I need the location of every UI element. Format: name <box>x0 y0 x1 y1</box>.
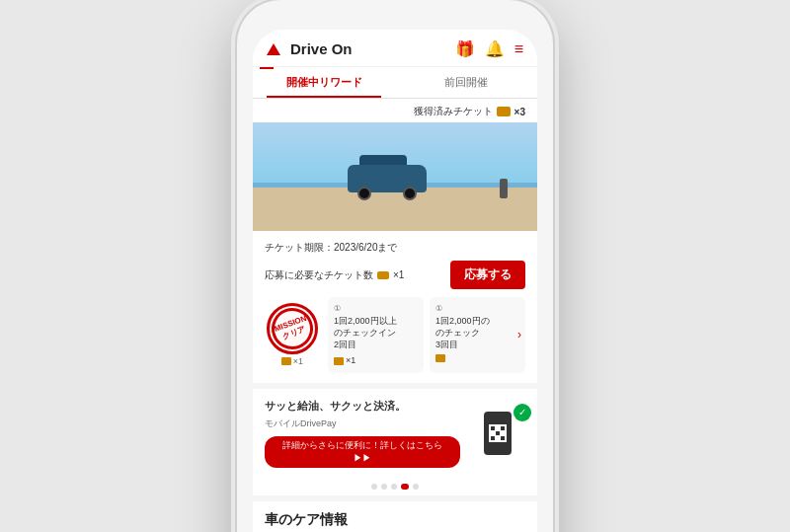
logo-icon <box>267 41 284 57</box>
dot-4-active[interactable] <box>401 484 409 490</box>
stamp-overlay: MISSIONクリア <box>266 303 319 356</box>
stamp-circle: MISSIONクリア <box>267 303 318 354</box>
care-section: 車のケア情報 愛車のケア・困り.ご... <box>253 501 537 532</box>
progress-items: ① 1回2,000円以上のチェックイン2回目 ×1 ① 1回2,000円ののチェ… <box>328 297 525 373</box>
car-wheel-left <box>357 187 371 200</box>
progress-item-num-2: ① <box>435 303 519 314</box>
phone-screen: Drive On 🎁 🔔 ≡ 開催中リワード 前回開催 獲得済みチケット <box>253 30 537 532</box>
carousel-dots <box>253 478 537 495</box>
apply-button[interactable]: 応募する <box>450 261 525 289</box>
dot-2[interactable] <box>381 484 387 490</box>
ticket-count: ×3 <box>514 107 525 117</box>
apply-info: 応募に必要なチケット数 ×1 <box>265 268 404 282</box>
banner-button[interactable]: 詳細からさらに便利に！詳しくはこちら ▶▶ <box>265 436 460 468</box>
hero-car <box>348 161 427 200</box>
ticket-mini <box>281 357 291 365</box>
apply-row: 応募に必要なチケット数 ×1 応募する <box>265 261 525 289</box>
banner-image: ✓ <box>470 410 525 457</box>
app-title: Drive On <box>290 40 353 57</box>
ticket-mini-2 <box>435 354 445 362</box>
car-wheel-right <box>403 187 417 200</box>
ticket-deadline: チケット期限：2023/6/20まで <box>265 241 525 255</box>
ticket-info-label: 獲得済みチケット <box>414 105 493 118</box>
ticket-info-bar: 獲得済みチケット ×3 <box>253 99 537 122</box>
stamp-count: ×1 <box>281 356 303 366</box>
progress-row: MISSIONクリア ×1 ① 1回2,000円以上のチェックイン2回目 <box>265 297 525 373</box>
menu-icon[interactable]: ≡ <box>514 40 523 58</box>
progress-ticket-1: ×1 <box>334 354 418 367</box>
banner-subtitle: モバイルDrivePay <box>265 418 460 430</box>
drive-pay-banner[interactable]: サッと給油、サクッと決済。 モバイルDrivePay 詳細からさらに便利に！詳し… <box>253 389 537 478</box>
ticket-icon-small <box>377 271 389 279</box>
care-title: 車のケア情報 <box>265 511 525 529</box>
tab-current-reward[interactable]: 開催中リワード <box>253 67 395 98</box>
progress-item-2[interactable]: ① 1回2,000円ののチェック3回目 › <box>430 297 525 373</box>
stamp-overlay-text: MISSIONクリア <box>274 314 312 343</box>
banner-title: サッと給油、サクッと決済。 <box>265 399 460 414</box>
logo-triangle <box>267 43 280 55</box>
chevron-right-icon: › <box>517 327 521 343</box>
header-icons: 🎁 🔔 ≡ <box>455 39 523 58</box>
dot-3[interactable] <box>391 484 397 490</box>
ticket-mini-1 <box>334 357 344 365</box>
phone-mockup-mini <box>484 412 512 455</box>
hero-image <box>253 122 537 231</box>
phone-notch <box>336 0 454 22</box>
bell-icon[interactable]: 🔔 <box>485 39 505 58</box>
screen-content: 獲得済みチケット ×3 チケット期限：202 <box>253 99 537 532</box>
logo-area: Drive On <box>267 40 353 57</box>
stamp-area: MISSIONクリア ×1 <box>265 297 320 373</box>
gift-icon[interactable]: 🎁 <box>455 39 475 58</box>
progress-item-num-1: ① <box>334 303 418 314</box>
tab-bar: 開催中リワード 前回開催 <box>253 67 537 99</box>
app-header: Drive On 🎁 🔔 ≡ <box>253 30 537 67</box>
progress-item-desc-2: 1回2,000円ののチェック3回目 <box>435 316 519 350</box>
check-icon: ✓ <box>514 404 531 421</box>
banner-text-area: サッと給油、サクッと決済。 モバイルDrivePay 詳細からさらに便利に！詳し… <box>265 399 460 468</box>
ticket-icon <box>497 107 511 116</box>
hero-person <box>500 179 508 198</box>
progress-ticket-2 <box>435 354 519 362</box>
dot-5[interactable] <box>413 484 419 490</box>
progress-item-desc-1: 1回2,000円以上のチェックイン2回目 <box>334 316 418 350</box>
reward-card: チケット期限：2023/6/20まで 応募に必要なチケット数 ×1 応募する <box>253 231 537 383</box>
progress-item-1[interactable]: ① 1回2,000円以上のチェックイン2回目 ×1 <box>328 297 424 373</box>
dot-1[interactable] <box>371 484 377 490</box>
tab-previous-reward[interactable]: 前回開催 <box>395 67 537 98</box>
qr-mini <box>489 424 507 442</box>
phone-frame: Drive On 🎁 🔔 ≡ 開催中リワード 前回開催 獲得済みチケット <box>237 0 553 532</box>
